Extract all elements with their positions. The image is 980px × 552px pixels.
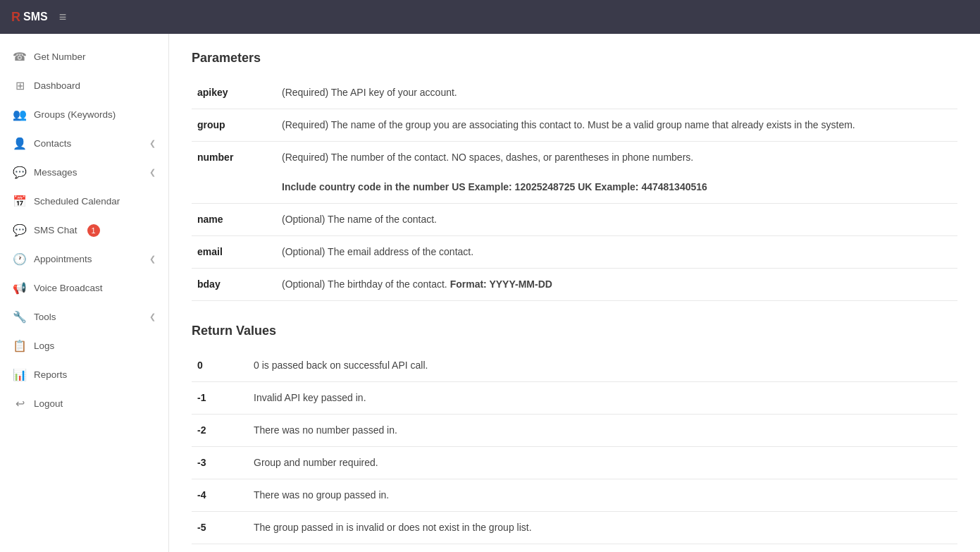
param-row-number: number(Required) The number of the conta…: [192, 142, 957, 204]
param-row-group: group(Required) The name of the group yo…: [192, 109, 957, 142]
return-code: -3: [192, 447, 248, 479]
sidebar-item-appointments[interactable]: 🕐Appointments❮: [0, 245, 168, 274]
param-key-apikey: apikey: [192, 77, 276, 109]
sidebar-item-get-number[interactable]: ☎Get Number: [0, 42, 168, 71]
chevron-messages: ❮: [149, 168, 156, 177]
sidebar-label-sms-chat: SMS Chat: [34, 225, 77, 235]
messages-icon: 💬: [13, 166, 27, 179]
return-desc: Invalid API key passed in.: [248, 382, 957, 415]
return-row-neg6: -6Other error.: [192, 544, 957, 553]
badge-sms-chat: 1: [87, 224, 100, 237]
sidebar-item-groups[interactable]: 👥Groups (Keywords): [0, 100, 168, 129]
sidebar-item-tools[interactable]: 🔧Tools❮: [0, 302, 168, 331]
tools-icon: 🔧: [13, 310, 27, 324]
return-row-0: 00 is passed back on successful API call…: [192, 350, 957, 382]
sidebar-item-messages[interactable]: 💬Messages❮: [0, 158, 168, 187]
param-desc-bday: (Optional) The birthday of the contact. …: [276, 269, 957, 301]
parameters-title: Parameters: [192, 51, 957, 66]
logo-text: SMS: [23, 11, 48, 23]
chevron-appointments: ❮: [149, 254, 156, 264]
logs-icon: 📋: [13, 339, 27, 352]
get-number-icon: ☎: [13, 50, 27, 63]
return-code: -4: [192, 479, 248, 512]
dashboard-icon: ⊞: [13, 79, 27, 92]
return-row-neg4: -4There was no group passed in.: [192, 479, 957, 512]
sidebar-label-messages: Messages: [34, 167, 77, 178]
sidebar-label-logs: Logs: [34, 341, 54, 351]
main-content: Parameters apikey(Required) The API key …: [169, 34, 980, 552]
sidebar-item-sms-chat[interactable]: 💬SMS Chat1: [0, 216, 168, 245]
param-row-bday: bday(Optional) The birthday of the conta…: [192, 269, 957, 301]
sidebar-label-reports: Reports: [34, 369, 67, 380]
groups-icon: 👥: [13, 108, 27, 121]
menu-icon[interactable]: ≡: [59, 10, 67, 25]
param-key-number: number: [192, 142, 276, 204]
scheduled-calendar-icon: 📅: [13, 195, 27, 208]
sidebar-label-logout: Logout: [34, 398, 63, 409]
logo-r-icon: R: [11, 10, 20, 25]
sidebar-label-voice-broadcast: Voice Broadcast: [34, 283, 103, 293]
sidebar-label-get-number: Get Number: [34, 51, 86, 62]
topbar: RSMS ≡: [0, 0, 980, 34]
reports-icon: 📊: [13, 368, 27, 381]
return-code: -5: [192, 512, 248, 544]
return-code: -2: [192, 415, 248, 447]
sms-chat-icon: 💬: [13, 223, 27, 237]
param-desc-group: (Required) The name of the group you are…: [276, 109, 957, 142]
param-desc-number: (Required) The number of the contact. NO…: [276, 142, 957, 204]
return-code: -1: [192, 382, 248, 415]
sidebar-item-scheduled-calendar[interactable]: 📅Scheduled Calendar: [0, 187, 168, 216]
return-desc: Other error.: [248, 544, 957, 553]
return-code: -6: [192, 544, 248, 553]
sidebar-item-contacts[interactable]: 👤Contacts❮: [0, 129, 168, 158]
sidebar-item-voice-broadcast[interactable]: 📢Voice Broadcast: [0, 274, 168, 302]
param-desc-name: (Optional) The name of the contact.: [276, 204, 957, 236]
param-desc-email: (Optional) The email address of the cont…: [276, 236, 957, 269]
param-key-name: name: [192, 204, 276, 236]
sidebar-item-reports[interactable]: 📊Reports: [0, 360, 168, 389]
return-row-neg1: -1Invalid API key passed in.: [192, 382, 957, 415]
param-desc-apikey: (Required) The API key of your account.: [276, 77, 957, 109]
param-row-apikey: apikey(Required) The API key of your acc…: [192, 77, 957, 109]
logo: RSMS: [11, 10, 48, 25]
chevron-contacts: ❮: [149, 139, 156, 148]
return-values-title: Return Values: [192, 324, 957, 338]
return-desc: There was no number passed in.: [248, 415, 957, 447]
return-desc: Group and number required.: [248, 447, 957, 479]
sidebar-label-scheduled-calendar: Scheduled Calendar: [34, 196, 120, 207]
param-row-name: name(Optional) The name of the contact.: [192, 204, 957, 236]
sidebar-label-contacts: Contacts: [34, 138, 71, 149]
sidebar-item-logs[interactable]: 📋Logs: [0, 331, 168, 360]
sidebar: ☎Get Number⊞Dashboard👥Groups (Keywords)👤…: [0, 0, 169, 552]
param-key-group: group: [192, 109, 276, 142]
return-code: 0: [192, 350, 248, 382]
sidebar-label-groups: Groups (Keywords): [34, 109, 116, 120]
sidebar-label-tools: Tools: [34, 312, 56, 322]
return-desc: 0 is passed back on successful API call.: [248, 350, 957, 382]
param-key-bday: bday: [192, 269, 276, 301]
parameters-table: apikey(Required) The API key of your acc…: [192, 77, 957, 301]
return-row-neg3: -3Group and number required.: [192, 447, 957, 479]
param-row-email: email(Optional) The email address of the…: [192, 236, 957, 269]
return-row-neg5: -5The group passed in is invalid or does…: [192, 512, 957, 544]
appointments-icon: 🕐: [13, 252, 27, 266]
sidebar-label-dashboard: Dashboard: [34, 80, 80, 91]
sidebar-item-logout[interactable]: ↩Logout: [0, 389, 168, 418]
param-key-email: email: [192, 236, 276, 269]
return-row-neg2: -2There was no number passed in.: [192, 415, 957, 447]
return-desc: There was no group passed in.: [248, 479, 957, 512]
logout-icon: ↩: [13, 397, 27, 410]
return-desc: The group passed in is invalid or does n…: [248, 512, 957, 544]
chevron-tools: ❮: [149, 312, 156, 321]
contacts-icon: 👤: [13, 137, 27, 150]
sidebar-label-appointments: Appointments: [34, 254, 92, 264]
sidebar-item-dashboard[interactable]: ⊞Dashboard: [0, 71, 168, 100]
return-values-table: 00 is passed back on successful API call…: [192, 350, 957, 552]
voice-broadcast-icon: 📢: [13, 281, 27, 295]
